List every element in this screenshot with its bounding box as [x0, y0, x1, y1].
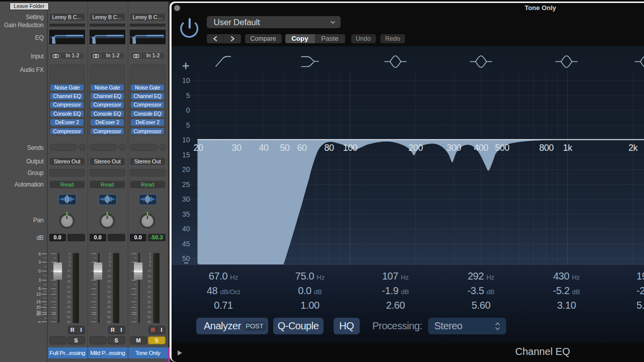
- svg-text:40: 40: [147, 305, 151, 309]
- svg-text:1k: 1k: [562, 143, 573, 153]
- svg-text:35: 35: [107, 300, 111, 304]
- svg-text:3: 3: [68, 256, 70, 259]
- svg-text:0: 0: [149, 252, 151, 255]
- svg-text:15: 15: [147, 275, 151, 278]
- svg-text:6: 6: [109, 260, 111, 263]
- svg-text:∞: ∞: [38, 320, 41, 324]
- svg-text:40: 40: [259, 143, 269, 153]
- svg-text:45: 45: [67, 310, 71, 314]
- svg-text:15: 15: [67, 275, 71, 278]
- svg-text:300: 300: [446, 143, 461, 153]
- svg-text:60: 60: [297, 143, 307, 153]
- svg-text:400: 400: [473, 143, 488, 153]
- svg-text:2k: 2k: [628, 143, 638, 153]
- svg-text:6: 6: [38, 252, 41, 256]
- svg-text:35: 35: [182, 210, 190, 218]
- svg-text:30: 30: [107, 295, 111, 299]
- svg-text:21: 21: [107, 285, 111, 289]
- svg-text:45: 45: [182, 240, 190, 248]
- svg-text:50: 50: [280, 143, 290, 153]
- svg-text:3: 3: [38, 260, 41, 264]
- svg-text:3: 3: [109, 256, 111, 259]
- svg-text:15: 15: [107, 275, 111, 278]
- svg-text:18: 18: [67, 280, 71, 283]
- svg-text:40: 40: [107, 305, 111, 309]
- svg-text:10: 10: [182, 76, 190, 84]
- svg-text:50: 50: [182, 254, 190, 262]
- svg-text:24: 24: [107, 290, 111, 294]
- svg-text:25: 25: [182, 180, 190, 189]
- svg-text:0: 0: [68, 252, 70, 255]
- svg-text:30: 30: [67, 295, 71, 299]
- svg-text:500: 500: [495, 143, 509, 153]
- svg-text:9: 9: [68, 264, 70, 267]
- svg-text:50: 50: [147, 315, 151, 319]
- svg-text:15: 15: [36, 300, 41, 304]
- svg-text:15: 15: [182, 151, 190, 159]
- svg-text:40: 40: [67, 305, 71, 309]
- svg-text:9: 9: [109, 264, 111, 267]
- svg-text:30: 30: [147, 295, 151, 299]
- svg-text:10: 10: [182, 136, 190, 144]
- svg-text:12: 12: [67, 269, 71, 273]
- svg-text:3: 3: [38, 278, 41, 283]
- svg-text:30: 30: [182, 195, 190, 203]
- svg-text:12: 12: [147, 269, 151, 273]
- svg-text:24: 24: [147, 290, 151, 294]
- svg-text:10: 10: [36, 292, 41, 297]
- svg-text:6: 6: [68, 260, 70, 263]
- svg-text:9: 9: [149, 264, 151, 267]
- svg-text:60: 60: [147, 320, 151, 324]
- svg-text:50: 50: [107, 315, 111, 319]
- svg-text:0: 0: [38, 269, 41, 274]
- svg-text:45: 45: [147, 310, 151, 314]
- svg-text:6: 6: [38, 287, 41, 291]
- svg-text:6: 6: [149, 260, 151, 263]
- svg-text:18: 18: [107, 280, 111, 283]
- svg-text:45: 45: [107, 310, 111, 314]
- svg-text:100: 100: [343, 143, 357, 153]
- svg-text:50: 50: [67, 315, 71, 319]
- svg-text:35: 35: [67, 300, 71, 304]
- svg-text:35: 35: [147, 300, 151, 304]
- svg-text:800: 800: [539, 143, 553, 153]
- svg-text:40: 40: [182, 225, 190, 233]
- svg-text:200: 200: [408, 143, 423, 153]
- svg-text:40: 40: [36, 312, 41, 317]
- svg-text:12: 12: [107, 269, 111, 273]
- svg-text:80: 80: [324, 143, 334, 153]
- svg-text:21: 21: [67, 285, 71, 289]
- svg-text:5: 5: [186, 121, 190, 129]
- svg-text:20: 20: [182, 165, 190, 173]
- svg-text:5: 5: [186, 92, 190, 100]
- svg-text:30: 30: [231, 143, 242, 153]
- svg-text:3: 3: [149, 256, 151, 259]
- svg-text:20: 20: [36, 305, 41, 310]
- svg-text:21: 21: [147, 285, 151, 289]
- svg-text:0: 0: [109, 252, 111, 255]
- svg-text:60: 60: [67, 320, 71, 324]
- svg-text:20: 20: [193, 143, 203, 153]
- svg-text:18: 18: [147, 280, 151, 283]
- svg-text:24: 24: [67, 290, 71, 294]
- svg-text:60: 60: [107, 320, 111, 324]
- svg-text:0: 0: [186, 106, 190, 114]
